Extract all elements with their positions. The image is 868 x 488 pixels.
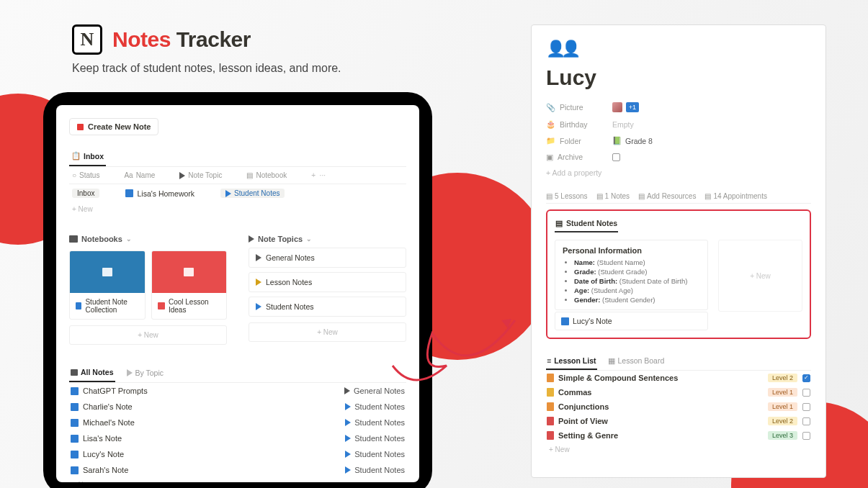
note-link[interactable]: Lucy's Note bbox=[555, 312, 708, 330]
checkbox[interactable] bbox=[802, 389, 810, 397]
tab-notes[interactable]: ▤ 1 Notes bbox=[596, 192, 630, 200]
tag-icon bbox=[345, 435, 351, 442]
book-icon bbox=[184, 268, 194, 276]
tab-inbox[interactable]: 📋 Inbox bbox=[69, 148, 106, 166]
tag-icon bbox=[345, 466, 351, 474]
tablet-frame: Create New Note 📋 Inbox ○ Status Aa Name… bbox=[43, 92, 432, 488]
col-add[interactable]: + ··· bbox=[311, 171, 326, 179]
chevron-down-icon: ⌄ bbox=[306, 235, 312, 243]
page-header: N Notes Tracker Keep track of student no… bbox=[72, 24, 341, 75]
student-detail-panel: 👤👤 Lucy 📎 Picture+1 🎂 BirthdayEmpty 📁 Fo… bbox=[531, 24, 826, 478]
col-topic: Note Topic bbox=[179, 171, 222, 179]
chevron-down-icon: ⌄ bbox=[126, 235, 132, 243]
note-row[interactable]: ChatGPT PromptsGeneral Notes bbox=[69, 383, 406, 399]
card-title: Personal Information bbox=[563, 246, 700, 255]
checkbox[interactable] bbox=[802, 432, 810, 440]
tablet-screen: Create New Note 📋 Inbox ○ Status Aa Name… bbox=[56, 105, 419, 482]
notion-logo-icon: N bbox=[72, 24, 102, 55]
people-icon: 👤👤 bbox=[546, 40, 811, 58]
checkbox[interactable] bbox=[802, 374, 810, 382]
notes-icon bbox=[71, 369, 78, 376]
note-row[interactable]: Michael's NoteStudent Notes bbox=[69, 415, 406, 430]
plus-icon bbox=[77, 124, 84, 130]
prop-picture[interactable]: 📎 Picture+1 bbox=[546, 99, 811, 116]
lesson-row[interactable]: ConjunctionsLevel 1 bbox=[546, 399, 811, 414]
tag-icon bbox=[127, 369, 133, 376]
checkbox[interactable] bbox=[802, 417, 810, 425]
note-row[interactable]: Sarah's NoteStudent Notes bbox=[69, 462, 406, 478]
prop-folder[interactable]: 📁 Folder📗Grade 8 bbox=[546, 132, 811, 149]
doc-icon bbox=[547, 388, 554, 397]
checkbox[interactable] bbox=[802, 403, 810, 411]
notebook-icon bbox=[158, 302, 165, 309]
doc-icon bbox=[547, 417, 554, 425]
note-row[interactable]: Lisa's NoteStudent Notes bbox=[69, 430, 406, 446]
table-header: ○ Status Aa Name Note Topic ▤ Notebook +… bbox=[69, 167, 406, 184]
tab-lesson-list[interactable]: ≡ Lesson List bbox=[546, 353, 597, 370]
tag-icon bbox=[225, 190, 231, 197]
level-badge: Level 1 bbox=[768, 402, 797, 411]
notebook-card[interactable]: Student Note Collection bbox=[69, 250, 146, 320]
tag-icon bbox=[256, 279, 261, 286]
topic-item[interactable]: General Notes bbox=[249, 248, 406, 268]
page-title: Lucy bbox=[546, 65, 811, 90]
tag-icon bbox=[345, 419, 351, 426]
tab-lessons[interactable]: ▤ 5 Lessons bbox=[546, 192, 588, 200]
tag-icon bbox=[256, 303, 261, 310]
tag-icon bbox=[345, 403, 351, 410]
new-card-button[interactable]: + New bbox=[718, 240, 802, 312]
checkbox[interactable] bbox=[612, 153, 620, 161]
page-icon bbox=[71, 451, 79, 458]
notebook-icon bbox=[76, 302, 81, 309]
tab-student-notes[interactable]: ▤ Student Notes bbox=[555, 217, 618, 232]
personal-info-card[interactable]: Personal Information Name: (Student Name… bbox=[555, 240, 708, 310]
new-lesson-button[interactable]: + New bbox=[546, 443, 811, 456]
tab-by-topic[interactable]: By Topic bbox=[125, 365, 166, 382]
tag-icon bbox=[256, 254, 261, 261]
create-note-button[interactable]: Create New Note bbox=[69, 118, 158, 135]
topic-item[interactable]: Lesson Notes bbox=[249, 272, 406, 292]
tab-resources[interactable]: ▤ Add Resources bbox=[638, 192, 696, 200]
lesson-row[interactable]: Setting & GenreLevel 3 bbox=[546, 428, 811, 443]
notebooks-heading[interactable]: Notebooks⌄ bbox=[69, 235, 227, 248]
doc-icon bbox=[547, 402, 554, 411]
table-row[interactable]: Inbox Lisa's Homework Student Notes bbox=[69, 184, 406, 202]
tab-all-notes[interactable]: All Notes bbox=[69, 365, 115, 382]
tag-icon bbox=[249, 235, 254, 243]
more-badge: +1 bbox=[626, 102, 639, 112]
topics-heading[interactable]: Note Topics⌄ bbox=[249, 235, 406, 248]
notebook-icon bbox=[69, 235, 78, 243]
page-icon bbox=[71, 403, 79, 411]
prop-archive[interactable]: ▣ Archive bbox=[546, 149, 811, 165]
arrow-icon bbox=[382, 312, 519, 391]
tab-lesson-board[interactable]: ▦ Lesson Board bbox=[607, 353, 666, 370]
page-icon bbox=[561, 317, 569, 325]
avatar bbox=[612, 102, 622, 112]
level-badge: Level 3 bbox=[768, 431, 797, 440]
page-icon bbox=[71, 419, 79, 427]
lesson-row[interactable]: CommasLevel 1 bbox=[546, 385, 811, 399]
lesson-row[interactable]: Point of ViewLevel 2 bbox=[546, 414, 811, 428]
book-icon bbox=[102, 268, 112, 276]
lesson-row[interactable]: Simple & Compound SentencesLevel 2 bbox=[546, 371, 811, 385]
page-icon bbox=[71, 435, 79, 443]
tag-icon bbox=[345, 451, 351, 458]
new-notebook-button[interactable]: + New bbox=[69, 325, 227, 345]
notebook-card[interactable]: Cool Lesson Ideas bbox=[151, 250, 228, 320]
tab-appointments[interactable]: ▤ 14 Appointments bbox=[704, 192, 767, 200]
prop-birthday[interactable]: 🎂 BirthdayEmpty bbox=[546, 116, 811, 132]
status-badge: Inbox bbox=[72, 189, 99, 198]
tag-icon bbox=[344, 387, 350, 394]
doc-icon bbox=[547, 431, 554, 440]
add-property-button[interactable]: + Add a property bbox=[546, 165, 811, 181]
new-row-button[interactable]: + New bbox=[69, 202, 406, 216]
level-badge: Level 2 bbox=[768, 417, 797, 425]
tagline: Keep track of student notes, lesson idea… bbox=[72, 62, 341, 75]
level-badge: Level 1 bbox=[768, 388, 797, 397]
note-row[interactable]: Lucy's NoteStudent Notes bbox=[69, 446, 406, 462]
note-row[interactable]: Charlie's NoteStudent Notes bbox=[69, 399, 406, 415]
relation-tabs: ▤ 5 Lessons ▤ 1 Notes ▤ Add Resources ▤ … bbox=[546, 189, 811, 204]
new-note-button[interactable]: + New bbox=[69, 478, 406, 482]
page-icon bbox=[71, 387, 79, 395]
page-icon bbox=[71, 466, 79, 474]
